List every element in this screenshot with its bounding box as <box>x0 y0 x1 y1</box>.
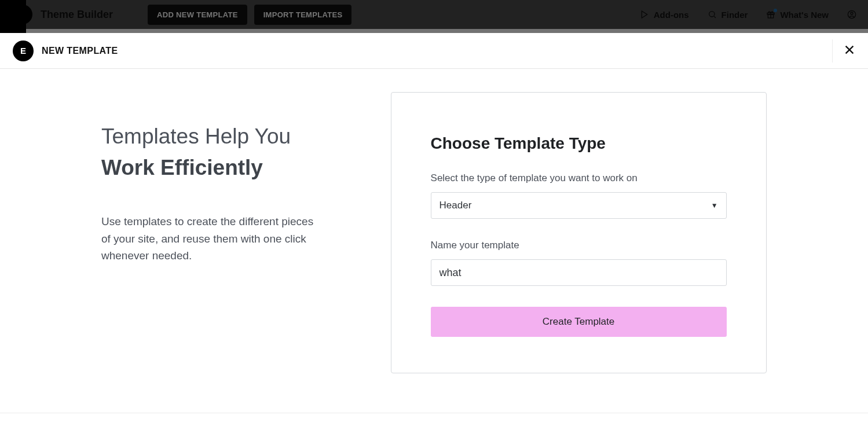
intro-description: Use templates to create the different pi… <box>101 213 316 264</box>
footer-divider <box>0 413 868 413</box>
sidebar-stub <box>0 0 26 33</box>
top-nav-right: Add-ons Finder What's New <box>640 10 868 20</box>
gift-icon <box>766 10 775 19</box>
svg-point-7 <box>851 12 853 14</box>
template-type-select[interactable]: Header ▼ <box>431 192 727 219</box>
nav-finder-label: Finder <box>721 10 748 20</box>
nav-addons-label: Add-ons <box>654 10 689 20</box>
import-templates-button[interactable]: IMPORT TEMPLATES <box>254 5 352 25</box>
template-name-input[interactable] <box>431 259 727 286</box>
nav-finder[interactable]: Finder <box>708 10 748 20</box>
app-topbar: E Theme Builder ADD NEW TEMPLATE IMPORT … <box>0 0 868 29</box>
modal-title: NEW TEMPLATE <box>42 46 118 56</box>
form-panel: Choose Template Type Select the type of … <box>391 69 868 413</box>
nav-addons[interactable]: Add-ons <box>640 10 689 20</box>
nav-whats-new-label: What's New <box>780 10 829 20</box>
search-icon <box>708 10 717 19</box>
template-form-card: Choose Template Type Select the type of … <box>391 92 767 373</box>
modal-body: Templates Help You Work Efficiently Use … <box>0 69 868 413</box>
intro-heading-line1: Templates Help You <box>101 124 291 148</box>
type-select-label: Select the type of template you want to … <box>431 172 727 184</box>
app-title: Theme Builder <box>41 9 113 21</box>
name-input-label: Name your template <box>431 240 727 251</box>
intro-panel: Templates Help You Work Efficiently Use … <box>0 69 391 413</box>
nav-account[interactable] <box>847 10 856 19</box>
svg-line-2 <box>714 16 716 18</box>
user-circle-icon <box>847 10 856 19</box>
intro-heading: Templates Help You Work Efficiently <box>101 121 391 183</box>
svg-marker-0 <box>642 11 647 18</box>
nav-whats-new[interactable]: What's New <box>766 10 829 20</box>
chevron-down-icon: ▼ <box>711 201 718 210</box>
card-title: Choose Template Type <box>431 134 727 153</box>
svg-point-1 <box>709 12 714 17</box>
create-template-button[interactable]: Create Template <box>431 307 727 337</box>
modal-header: E NEW TEMPLATE <box>0 33 868 69</box>
template-type-value: Header <box>440 200 472 211</box>
close-icon <box>843 43 856 58</box>
close-modal-button[interactable] <box>832 39 855 63</box>
intro-heading-line2: Work Efficiently <box>101 156 263 179</box>
elementor-logo-icon: E <box>13 41 34 61</box>
addons-icon <box>640 10 649 19</box>
add-new-template-button[interactable]: ADD NEW TEMPLATE <box>148 5 247 25</box>
